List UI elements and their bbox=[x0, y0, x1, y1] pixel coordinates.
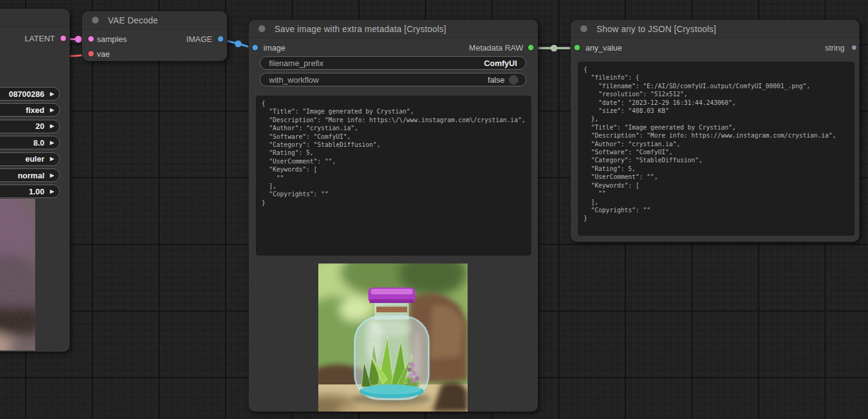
string-output-dot[interactable] bbox=[852, 46, 856, 50]
link-latent-midpoint-dot bbox=[75, 36, 82, 43]
scheduler-widget[interactable]: normal▶ bbox=[0, 168, 60, 182]
samples-input-label: samples bbox=[97, 35, 126, 44]
vae-input-label: vae bbox=[97, 49, 110, 59]
json-output-textarea[interactable]: { "fileinfo": { "filename": "E:/AI/SD/co… bbox=[578, 62, 854, 236]
link-metadata-midpoint-dot bbox=[551, 45, 558, 52]
latent-output-dot[interactable] bbox=[60, 36, 66, 41]
collapse-dot-icon[interactable] bbox=[581, 25, 587, 32]
sampler-widget[interactable]: euler▶ bbox=[0, 152, 60, 166]
filename-prefix-widget[interactable]: filename_prefix ComfyUI bbox=[260, 56, 526, 70]
save-image-io-row: image Metadata RAW bbox=[249, 41, 538, 54]
vae-decode-row-2: vae bbox=[82, 47, 227, 60]
filename-prefix-label: filename_prefix bbox=[269, 59, 323, 68]
metadata-raw-output-label: Metadata RAW bbox=[469, 43, 523, 52]
seed-widget[interactable]: 08700286▶ bbox=[0, 87, 60, 101]
show-json-titlebar[interactable]: Show any to JSON [Crystools] bbox=[571, 20, 859, 38]
vae-decode-titlebar[interactable]: VAE Decode bbox=[82, 11, 227, 30]
with-workflow-label: with_workflow bbox=[269, 75, 319, 85]
metadata-raw-output-dot[interactable] bbox=[528, 45, 534, 51]
any-value-input-dot[interactable] bbox=[574, 45, 580, 51]
ksampler-output-row: LATENT bbox=[0, 31, 70, 45]
image-output-dot[interactable] bbox=[218, 36, 223, 42]
save-image-node[interactable]: Save image with extra metadata [Crystool… bbox=[249, 20, 538, 412]
cfg-widget[interactable]: 8.0▶ bbox=[0, 136, 60, 149]
vae-decode-row-1: samples IMAGE bbox=[82, 32, 227, 46]
show-json-io-row: any_value string bbox=[571, 41, 859, 54]
filename-prefix-value: ComfyUI bbox=[484, 59, 517, 68]
string-output-label: string bbox=[825, 43, 845, 52]
ksampler-node-titlebar[interactable] bbox=[0, 9, 70, 27]
increment-arrow-icon[interactable]: ▶ bbox=[50, 173, 54, 178]
increment-arrow-icon[interactable]: ▶ bbox=[50, 107, 54, 113]
link-image-midpoint-dot bbox=[235, 41, 242, 48]
denoise-widget[interactable]: 1.00▶ bbox=[0, 185, 60, 198]
save-image-titlebar[interactable]: Save image with extra metadata [Crystool… bbox=[249, 20, 538, 38]
toggle-icon[interactable] bbox=[509, 75, 518, 85]
increment-arrow-icon[interactable]: ▶ bbox=[50, 91, 54, 97]
save-image-title: Save image with extra metadata [Crystool… bbox=[275, 24, 446, 34]
image-output-label: IMAGE bbox=[186, 35, 212, 44]
metadata-json-textarea[interactable]: { "Title": "Image generated by Crystian"… bbox=[256, 96, 531, 255]
with-workflow-value: false bbox=[488, 75, 505, 85]
control-after-generate-widget[interactable]: fixed▶ bbox=[0, 103, 60, 117]
increment-arrow-icon[interactable]: ▶ bbox=[50, 156, 54, 162]
increment-arrow-icon[interactable]: ▶ bbox=[50, 189, 54, 194]
show-json-title: Show any to JSON [Crystools] bbox=[597, 24, 716, 34]
image-input-dot[interactable] bbox=[252, 45, 258, 51]
collapse-dot-icon[interactable] bbox=[258, 25, 265, 32]
collapse-dot-icon[interactable] bbox=[92, 17, 99, 23]
any-value-input-label: any_value bbox=[585, 43, 622, 52]
vae-decode-node[interactable]: VAE Decode samples IMAGE vae bbox=[82, 11, 227, 61]
with-workflow-widget[interactable]: with_workflow false bbox=[260, 73, 526, 86]
increment-arrow-icon[interactable]: ▶ bbox=[50, 123, 54, 129]
show-json-node[interactable]: Show any to JSON [Crystools] any_value s… bbox=[571, 20, 859, 242]
latent-preview-image bbox=[0, 199, 35, 351]
increment-arrow-icon[interactable]: ▶ bbox=[50, 140, 54, 146]
samples-input-dot[interactable] bbox=[88, 36, 94, 42]
image-input-label: image bbox=[263, 43, 285, 52]
steps-widget[interactable]: 20▶ bbox=[0, 120, 60, 133]
vae-input-dot[interactable] bbox=[88, 51, 94, 57]
preview-image-jar bbox=[318, 263, 468, 412]
vae-decode-title: VAE Decode bbox=[108, 15, 158, 25]
ksampler-node[interactable]: LATENT 08700286▶ fixed▶ 20▶ 8.0▶ euler▶ … bbox=[0, 9, 70, 352]
latent-output-label: LATENT bbox=[25, 34, 55, 43]
node-graph-canvas[interactable]: LATENT 08700286▶ fixed▶ 20▶ 8.0▶ euler▶ … bbox=[0, 0, 868, 419]
